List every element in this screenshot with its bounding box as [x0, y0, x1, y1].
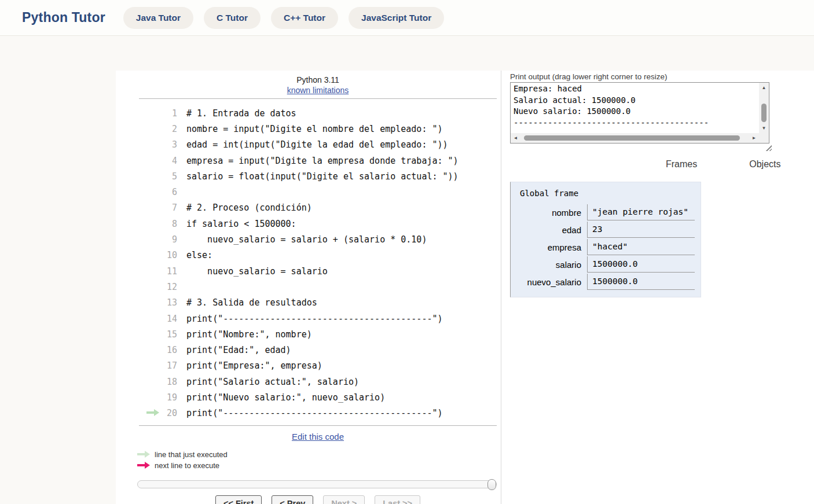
tutor-link-button[interactable]: C Tutor	[204, 7, 261, 29]
variable-name: nombre	[513, 204, 587, 220]
code-line: 11 nuevo_salario = salario	[139, 263, 497, 279]
code-line-text: nuevo_salario = salario + (salario * 0.1…	[177, 234, 427, 245]
executed-line-arrow-icon	[146, 409, 159, 416]
slider-handle[interactable]	[487, 479, 496, 490]
code-line-text: else:	[177, 250, 212, 260]
print-output-text: Empresa: hacedSalario actual: 1500000.0N…	[511, 83, 759, 133]
code-line-text: print("Nombre:", nombre)	[177, 329, 312, 340]
variable-name: edad	[513, 222, 587, 238]
line-number: 16	[160, 345, 177, 355]
line-number: 6	[160, 187, 177, 197]
runtime-label: Python 3.11	[139, 75, 497, 84]
execution-step-slider[interactable]	[137, 480, 497, 488]
code-line-text: salario = float(input("Digite el salario…	[177, 171, 459, 182]
variable-value: "jean pierre rojas"	[587, 204, 695, 220]
line-number: 13	[160, 297, 177, 308]
code-line: 10 else:	[139, 248, 497, 263]
step-button[interactable]: < Prev	[272, 495, 313, 504]
line-number: 4	[160, 156, 177, 166]
visualizer-panel: Python 3.11 known limitations 1 # 1. Ent…	[116, 71, 814, 504]
edit-this-code-link[interactable]: Edit this code	[292, 432, 344, 442]
code-line: 15 print("Nombre:", nombre)	[139, 326, 497, 342]
top-navbar: Python Tutor Java TutorC TutorC++ TutorJ…	[0, 0, 814, 36]
output-line: Salario actual: 1500000.0	[514, 95, 756, 106]
known-limitations-link[interactable]: known limitations	[287, 86, 349, 95]
code-line: 6	[139, 184, 497, 200]
horizontal-scrollbar[interactable]: ◄ ►	[511, 133, 759, 143]
horizontal-scroll-thumb[interactable]	[524, 135, 740, 141]
variable-row: empresa "haced"	[513, 239, 695, 255]
code-line-text: print("---------------------------------…	[177, 314, 443, 324]
step-buttons: << First< PrevNext >Last >>	[139, 495, 497, 504]
scroll-left-icon[interactable]: ◄	[511, 133, 520, 143]
step-button[interactable]: Last >>	[375, 495, 420, 504]
code-line-text: print("Nuevo salario:", nuevo_salario)	[177, 392, 385, 403]
tutor-link-button[interactable]: Java Tutor	[123, 7, 193, 29]
print-output-box: Empresa: hacedSalario actual: 1500000.0N…	[510, 82, 769, 144]
code-line: 1 # 1. Entrada de datos	[139, 105, 497, 121]
code-line: 2 nombre = input("Digite el nombre del e…	[139, 121, 497, 137]
code-line-text: if salario < 1500000:	[177, 219, 296, 229]
code-line: 20 print("------------------------------…	[139, 406, 497, 421]
resize-grip-icon[interactable]	[765, 145, 772, 151]
variable-value: 23	[587, 222, 695, 238]
legend-arrow-icon	[137, 451, 150, 458]
code-line: 18 print("Salario actual:", salario)	[139, 374, 497, 389]
line-number: 17	[160, 360, 177, 371]
variable-row: nuevo_salario 1500000.0	[513, 274, 695, 290]
code-line-text: print("Empresa:", empresa)	[177, 360, 322, 371]
line-number: 5	[160, 171, 177, 182]
code-line: 9 nuevo_salario = salario + (salario * 0…	[139, 231, 497, 247]
line-number: 1	[160, 108, 177, 119]
code-line: 17 print("Empresa:", empresa)	[139, 358, 497, 374]
legend-arrow-icon	[137, 462, 150, 469]
global-frame: Global frame nombre "jean pierre rojas" …	[510, 182, 701, 297]
line-number: 3	[160, 139, 177, 150]
vertical-scrollbar[interactable]: ▲ ▼	[759, 83, 769, 133]
code-line: 8 if salario < 1500000:	[139, 216, 497, 231]
line-number: 10	[160, 250, 177, 260]
line-number: 19	[160, 392, 177, 403]
step-button[interactable]: << First	[215, 495, 262, 504]
output-line: ----------------------------------------	[514, 117, 756, 129]
output-line: Empresa: haced	[514, 83, 756, 95]
step-button[interactable]: Next >	[323, 495, 365, 504]
scroll-right-icon[interactable]: ►	[749, 133, 759, 143]
code-line: 7 # 2. Proceso (condición)	[139, 200, 497, 216]
line-number: 9	[160, 234, 177, 245]
python-tutor-logo[interactable]: Python Tutor	[22, 10, 105, 25]
line-number: 15	[160, 329, 177, 340]
legend-label: next line to execute	[155, 461, 219, 470]
line-number: 8	[160, 219, 177, 229]
code-line: 16 print("Edad:", edad)	[139, 342, 497, 358]
variable-value: "haced"	[587, 239, 695, 255]
vertical-scroll-thumb[interactable]	[761, 104, 767, 122]
variable-name: salario	[513, 256, 587, 273]
legend-row: next line to execute	[137, 460, 501, 471]
arrow-legend: line that just executed next line to exe…	[137, 449, 501, 471]
tutor-links: Java TutorC TutorC++ TutorJavaScript Tut…	[123, 7, 444, 29]
tutor-link-button[interactable]: C++ Tutor	[271, 7, 338, 29]
variable-name: nuevo_salario	[513, 274, 587, 290]
tutor-link-button[interactable]: JavaScript Tutor	[349, 7, 444, 29]
scroll-down-icon[interactable]: ▼	[759, 123, 769, 133]
code-line-text: # 2. Proceso (condición)	[177, 203, 312, 213]
line-number: 7	[160, 203, 177, 213]
visualization-pane: Print output (drag lower right corner to…	[501, 71, 814, 504]
print-output-label: Print output (drag lower right corner to…	[510, 72, 814, 81]
code-line-text: # 3. Salida de resultados	[177, 297, 317, 308]
code-line-text: empresa = input("Digite la empresa donde…	[177, 156, 459, 166]
code-line-text: edad = int(input("Digite la edad del emp…	[177, 139, 448, 150]
frames-header: Frames	[666, 159, 697, 170]
line-number: 12	[160, 282, 177, 292]
variable-value: 1500000.0	[587, 256, 695, 273]
variable-name: empresa	[513, 239, 587, 255]
code-line: 19 print("Nuevo salario:", nuevo_salario…	[139, 389, 497, 405]
variable-row: nombre "jean pierre rojas"	[513, 204, 695, 220]
variable-value: 1500000.0	[587, 274, 695, 290]
legend-label: line that just executed	[155, 450, 228, 459]
code-line-text: print("---------------------------------…	[177, 408, 443, 418]
output-line: Nuevo salario: 1500000.0	[514, 106, 756, 117]
code-line: 4 empresa = input("Digite la empresa don…	[139, 153, 497, 168]
scroll-up-icon[interactable]: ▲	[759, 83, 769, 93]
